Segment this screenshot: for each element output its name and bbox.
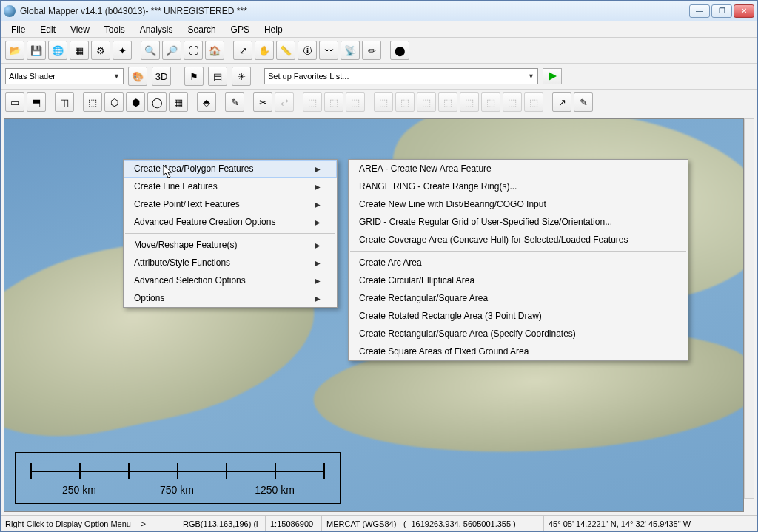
submenu-item[interactable]: AREA - Create New Area Feature [349,160,688,178]
home-icon[interactable]: 🏠 [205,41,224,60]
canvas-area: 250 km 750 km 1250 km Create Area/Polygo… [1,115,757,515]
vertical-scrollbar[interactable] [744,118,754,499]
digitizer-tool-7[interactable]: ⬢ [126,92,145,112]
digitizer-tool-20[interactable]: ⬚ [346,92,365,112]
map-view[interactable]: 250 km 750 km 1250 km Create Area/Polygo… [4,118,744,512]
run-button[interactable] [543,68,562,84]
scale-bar: 250 km 750 km 1250 km [15,452,341,504]
status-scale: 1:15086900 [266,516,322,531]
status-hint: Right Click to Display Option Menu -- > [1,516,178,531]
full-view-icon[interactable]: ⤢ [233,41,252,60]
submenu-item[interactable]: Create Coverage Area (Concave Hull) for … [349,231,688,249]
menubar: File Edit View Tools Analysis Search GPS… [1,21,757,38]
submenu-item[interactable]: Create Rectangular/Square Area [349,289,688,307]
digitizer-tool-3[interactable]: ◫ [55,92,74,112]
toolbar-digitizer: ▭⬒◫⬚⬡⬢◯▦⬘✎✂⇄⬚⬚⬚⬚⬚⬚⬚⬚⬚⬚⬚↗✎ [1,90,757,115]
digitizer-tool-6[interactable]: ⬡ [104,92,124,112]
open-icon[interactable]: 📂 [5,41,24,60]
view3d-icon[interactable]: 3D [152,67,171,86]
zoom-in-icon[interactable]: 🔍 [141,41,160,60]
digitizer-tool-24[interactable]: ⬚ [417,92,436,112]
digitizer-tool-11[interactable]: ⬘ [197,92,216,112]
maximize-button[interactable]: ❐ [711,4,732,18]
tower-icon[interactable]: 📡 [341,41,360,60]
shader-combo[interactable]: Atlas Shader ▼ [5,68,124,84]
minimize-button[interactable]: ― [689,4,710,18]
menu-analysis[interactable]: Analysis [133,22,181,37]
digitizer-tool-32[interactable]: ✎ [574,92,593,112]
digitizer-tool-29[interactable]: ⬚ [524,92,543,112]
globe-icon[interactable]: 🌐 [48,41,67,60]
dropdown-arrow-icon: ▼ [523,73,534,80]
toolbar-main: 📂 💾 🌐 ▦ ⚙ ✦ 🔍 🔎 ⛶ 🏠 ⤢ ✋ 📏 🛈 〰 📡 ✏ ⬤ [1,38,757,64]
zoom-out-icon[interactable]: 🔎 [162,41,181,60]
statusbar: Right Click to Display Option Menu -- > … [1,515,757,531]
close-button[interactable]: ✕ [734,4,754,18]
path-icon[interactable]: 〰 [319,41,338,60]
save-icon[interactable]: 💾 [27,41,46,60]
menu-gps[interactable]: GPS [224,22,257,37]
scale-label: 750 km [160,484,194,496]
palette-icon[interactable]: 🎨 [128,67,147,86]
submenu-item[interactable]: Create Square Areas of Fixed Ground Area [349,343,688,360]
record-icon[interactable]: ⬤ [390,41,409,60]
context-menu-item[interactable]: Advanced Feature Creation Options▶ [124,213,337,231]
context-menu-item[interactable]: Options▶ [124,289,337,307]
menu-edit[interactable]: Edit [33,22,63,37]
digitizer-tool-15[interactable]: ✂ [253,92,272,112]
digitizer-tool-26[interactable]: ⬚ [460,92,479,112]
context-submenu[interactable]: AREA - Create New Area FeatureRANGE RING… [348,159,688,361]
digitizer-tool-22[interactable]: ⬚ [374,92,393,112]
submenu-item[interactable]: Create Rectangular/Square Area (Specify … [349,325,688,343]
config-icon[interactable]: ⚙ [91,41,110,60]
zoom-selection-icon[interactable]: ⛶ [184,41,203,60]
ruler-icon[interactable]: 📏 [276,41,295,60]
digitizer-tool-13[interactable]: ✎ [225,92,244,112]
scale-label: 1250 km [255,484,295,496]
submenu-item[interactable]: Create Rotated Rectangle Area (3 Point D… [349,307,688,325]
digitizer-tool-23[interactable]: ⬚ [395,92,415,112]
context-menu-item[interactable]: Create Area/Polygon Features▶ [124,160,337,178]
menu-file[interactable]: File [4,22,33,37]
digitizer-tool-1[interactable]: ⬒ [27,92,46,112]
context-menu-item[interactable]: Attribute/Style Functions▶ [124,254,337,272]
submenu-item[interactable]: GRID - Create Regular Grid of User-Speci… [349,213,688,231]
favorites-combo[interactable]: Set up Favorites List... ▼ [264,68,538,84]
info-icon[interactable]: 🛈 [298,41,317,60]
status-coordinates: 45° 05' 14.2221" N, 14° 32' 45.9435" W [544,516,757,531]
app-window: Global Mapper v14.1 (b043013)- *** UNREG… [0,0,758,532]
context-menu-item[interactable]: Move/Reshape Feature(s)▶ [124,236,337,254]
digitizer-tool-5[interactable]: ⬚ [83,92,102,112]
overlay-icon[interactable]: ▦ [70,41,89,60]
digitizer-tool-0[interactable]: ▭ [5,92,24,112]
pan-icon[interactable]: ✋ [255,41,274,60]
digitizer-tool-31[interactable]: ↗ [552,92,571,112]
status-projection: MERCAT (WGS84) - ( -1619263.934, 5605001… [322,516,544,531]
pencil-icon[interactable]: ✏ [362,41,381,60]
context-menu-item[interactable]: Create Line Features▶ [124,178,337,195]
digitizer-tool-25[interactable]: ⬚ [438,92,457,112]
submenu-item[interactable]: Create Arc Area [349,254,688,272]
submenu-item[interactable]: RANGE RING - Create Range Ring(s)... [349,178,688,195]
menu-search[interactable]: Search [181,22,224,37]
digitizer-tool-27[interactable]: ⬚ [481,92,500,112]
context-menu-item[interactable]: Advanced Selection Options▶ [124,272,337,289]
flag-icon[interactable]: ⚑ [184,67,204,86]
digitizer-tool-19[interactable]: ⬚ [324,92,343,112]
digitizer-tool-16[interactable]: ⇄ [275,92,294,112]
digitizer-tool-28[interactable]: ⬚ [503,92,522,112]
menu-help[interactable]: Help [257,22,290,37]
digitizer-tool-18[interactable]: ⬚ [303,92,322,112]
context-menu-item[interactable]: Create Point/Text Features▶ [124,195,337,213]
tool-icon[interactable]: ✦ [113,41,132,60]
digitizer-tool-9[interactable]: ▦ [169,92,188,112]
context-menu[interactable]: Create Area/Polygon Features▶Create Line… [123,159,338,308]
network-icon[interactable]: ✳ [232,67,251,86]
submenu-item[interactable]: Create Circular/Elliptical Area [349,272,688,289]
digitizer-tool-8[interactable]: ◯ [147,92,167,112]
shader-combo-value: Atlas Shader [9,72,56,81]
submenu-item[interactable]: Create New Line with Dist/Bearing/COGO I… [349,195,688,213]
layer-ctrl-icon[interactable]: ▤ [208,67,227,86]
menu-view[interactable]: View [63,22,97,37]
menu-tools[interactable]: Tools [97,22,133,37]
